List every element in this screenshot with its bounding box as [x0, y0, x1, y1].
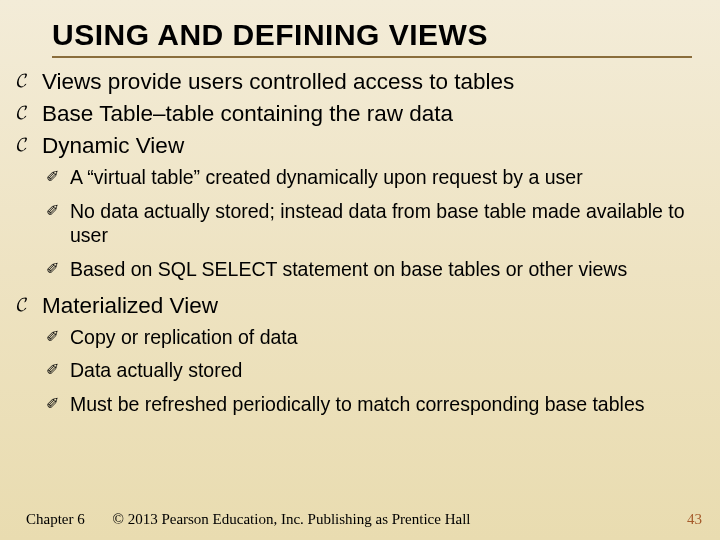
slide: USING AND DEFINING VIEWS Views provide u…	[0, 0, 720, 540]
sub-bullet-item: Copy or replication of data	[42, 326, 704, 350]
sub-bullet-item: No data actually stored; instead data fr…	[42, 200, 704, 248]
bullet-item: Views provide users controlled access to…	[14, 68, 704, 96]
copyright-text: © 2013 Pearson Education, Inc. Publishin…	[112, 511, 470, 527]
bullet-text: Dynamic View	[42, 133, 184, 158]
bullet-list: Views provide users controlled access to…	[14, 68, 706, 417]
sub-bullet-item: A “virtual table” created dynamically up…	[42, 166, 704, 190]
sub-bullet-list: Copy or replication of data Data actuall…	[42, 326, 704, 417]
page-number: 43	[687, 511, 702, 528]
bullet-item: Base Table–table containing the raw data	[14, 100, 704, 128]
bullet-text: Materialized View	[42, 293, 218, 318]
bullet-item: Materialized View Copy or replication of…	[14, 292, 704, 417]
footer: Chapter 6 © 2013 Pearson Education, Inc.…	[26, 511, 471, 528]
sub-bullet-list: A “virtual table” created dynamically up…	[42, 166, 704, 281]
sub-bullet-item: Based on SQL SELECT statement on base ta…	[42, 258, 704, 282]
slide-title: USING AND DEFINING VIEWS	[52, 18, 706, 52]
bullet-item: Dynamic View A “virtual table” created d…	[14, 132, 704, 281]
chapter-label: Chapter 6	[26, 511, 85, 527]
sub-bullet-item: Data actually stored	[42, 359, 704, 383]
sub-bullet-item: Must be refreshed periodically to match …	[42, 393, 704, 417]
title-underline	[52, 56, 692, 58]
